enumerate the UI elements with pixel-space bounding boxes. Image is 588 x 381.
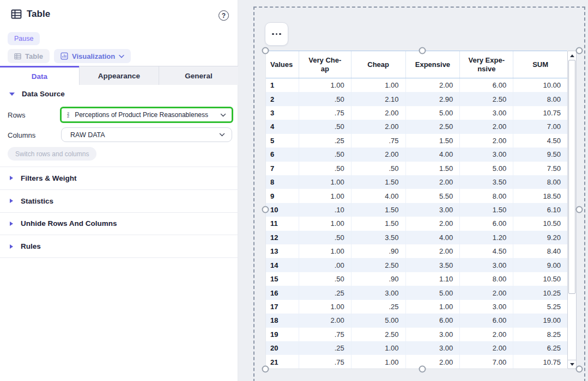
settings-panel: Table ? Pause Table [0,0,238,381]
table-cell: 1.00 [351,355,405,368]
section-statistics[interactable]: Statistics [0,190,238,213]
table-row: 6.502.004.003.009.50 [266,148,567,161]
row-number-cell: 19 [266,328,299,341]
table-row: 19.752.503.002.008.25 [266,328,567,341]
row-number-cell: 18 [266,314,299,327]
table-cell: 6.00 [459,78,513,92]
table-cell: 8.00 [459,189,513,202]
table-cell: 7.50 [513,162,567,175]
table-row: 2.502.102.902.508.00 [266,92,567,106]
table-cell: 4.00 [405,148,460,161]
row-number-cell: 10 [266,203,299,217]
tab-appearance[interactable]: Appearance [79,66,159,85]
table-cell: 3.00 [405,203,460,217]
scrollbar-down-button[interactable] [568,360,576,368]
table-cell: 5.50 [405,189,460,202]
table-cell: .50 [299,162,351,175]
table-row: 5.25.751.502.004.50 [266,134,567,148]
columns-select[interactable]: RAW DATA [61,127,232,142]
table-cell: 1.00 [299,217,351,230]
column-header: Expensive [405,51,460,78]
table-cell: 3.00 [405,328,460,341]
data-table[interactable]: ValuesVery Che- apCheapExpensiveVery Exp… [265,51,567,369]
table-row: 3.752.005.003.0010.75 [266,106,567,120]
selection-handle[interactable] [419,366,426,373]
table-cell: 3.00 [459,148,513,161]
table-cell: 1.50 [351,203,405,217]
table-cell: .50 [299,231,351,244]
table-view-label: Table [25,52,43,60]
table-cell: 10.50 [513,217,567,230]
question-mark-icon: ? [222,12,226,20]
selection-handle[interactable] [576,206,583,213]
help-button[interactable]: ? [219,10,229,21]
row-number-cell: 9 [266,189,299,202]
selection-handle[interactable] [576,47,583,54]
row-number-cell: 17 [266,300,299,314]
tab-data[interactable]: Data [0,66,79,85]
row-number-cell: 20 [266,341,299,355]
table-cell: .10 [299,203,351,217]
table-row: 15.50.901.108.0010.50 [266,272,567,286]
ellipsis-icon [279,33,281,35]
table-cell: 2.00 [459,341,513,355]
table-row: 4.502.002.502.007.00 [266,120,567,133]
selection-handle[interactable] [576,366,583,373]
chevron-down-icon [220,113,226,117]
bar-chart-icon [60,52,68,60]
table-cell: 2.10 [351,92,405,106]
selection-handle[interactable] [262,206,269,213]
row-number-cell: 16 [266,286,299,299]
table-row: 12.503.504.001.209.20 [266,231,567,244]
table-scrollbar[interactable] [567,51,577,369]
scrollbar-up-button[interactable] [568,51,576,60]
row-number-cell: 21 [266,355,299,368]
section-rules[interactable]: Rules [0,235,238,258]
data-source-label: Data Source [22,90,65,98]
table-cell: 2.00 [459,286,513,299]
table-cell: .50 [299,120,351,133]
selection-handle[interactable] [262,47,269,54]
column-header: Cheap [351,51,405,78]
table-cell: 7.00 [513,120,567,133]
table-cell: 10.25 [513,286,567,299]
table-cell: 18.50 [513,189,567,202]
rows-select[interactable]: 22 Perceptions of Product Price Reasonab… [60,107,233,123]
table-cell: 1.20 [459,231,513,244]
more-options-button[interactable] [265,22,288,46]
table-cell: 1.00 [405,300,460,314]
table-row: 182.005.006.006.0019.00 [266,314,567,327]
selection-handle[interactable] [262,366,269,373]
table-cell: .50 [351,162,405,175]
rows-select-value: Perceptions of Product Price Reasonablen… [75,111,215,119]
table-cell: 8.25 [513,328,567,341]
table-cell: 3.00 [351,286,405,299]
switch-rows-columns-button[interactable]: Switch rows and columns [8,147,96,161]
table-view-button[interactable]: Table [8,49,50,63]
section-unhide-rows-and-columns[interactable]: Unhide Rows And Columns [0,213,238,236]
visualization-button[interactable]: Visualization [54,49,131,63]
row-number-cell: 6 [266,148,299,161]
table-cell: 6.00 [459,314,513,327]
section-filters-weight[interactable]: Filters & Weight [0,167,238,190]
selection-handle[interactable] [419,47,426,54]
tab-general[interactable]: General [159,66,238,85]
table-cell: 2.00 [405,175,460,189]
table-cell: 3.00 [459,106,513,120]
table-cell: 9.00 [513,258,567,272]
row-number-cell: 3 [266,106,299,120]
table-cell: 1.00 [351,341,405,355]
table-cell: 1.50 [459,203,513,217]
row-number-cell: 11 [266,217,299,230]
table-cell: .25 [351,300,405,314]
table-header-row: ValuesVery Che- apCheapExpensiveVery Exp… [266,51,567,78]
scrollbar-thumb[interactable] [568,60,575,294]
table-cell: 1.00 [351,78,405,92]
table-widget[interactable]: ValuesVery Che- apCheapExpensiveVery Exp… [265,51,577,369]
pause-button[interactable]: Pause [8,32,40,45]
table-cell: 6.10 [513,203,567,217]
table-cell: 6.00 [405,314,460,327]
data-source-section-header[interactable]: Data Source [9,90,65,98]
table-cell: 1.00 [299,189,351,202]
table-cell: 10.00 [513,78,567,92]
